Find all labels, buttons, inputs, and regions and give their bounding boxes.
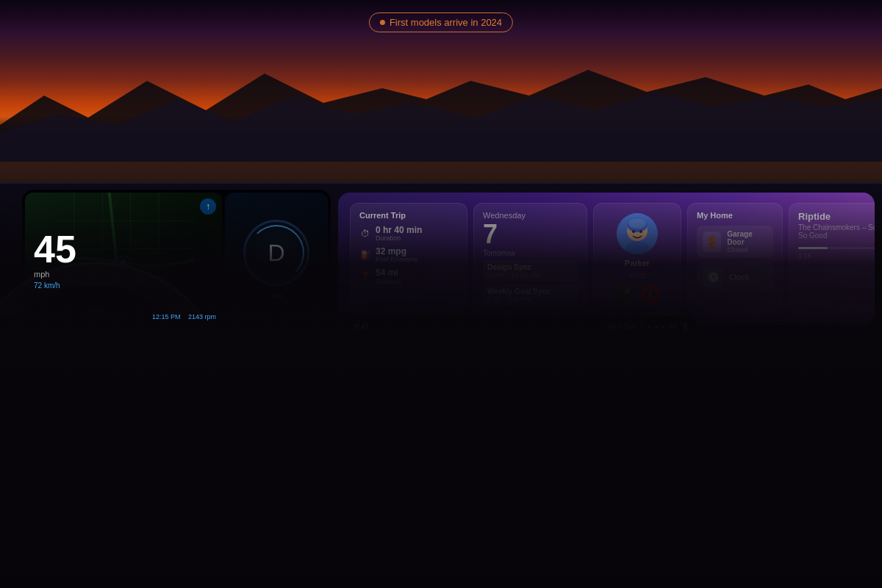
- mountains: [0, 59, 882, 162]
- nav-dist: 2143 rpm: [188, 313, 216, 320]
- nav-time: 12:15 PM: [152, 313, 181, 320]
- badge-dot: [380, 20, 385, 25]
- speed-number: 45: [34, 230, 76, 268]
- badge-text: First models arrive in 2024: [390, 17, 502, 28]
- interior-panel: [0, 184, 882, 588]
- nav-info: 12:15 PM 2143 rpm: [152, 313, 216, 320]
- badge-pill: First models arrive in 2024: [369, 12, 513, 32]
- speed-unit: mph: [34, 270, 76, 279]
- speed-kmh: 72 km/h: [34, 282, 76, 290]
